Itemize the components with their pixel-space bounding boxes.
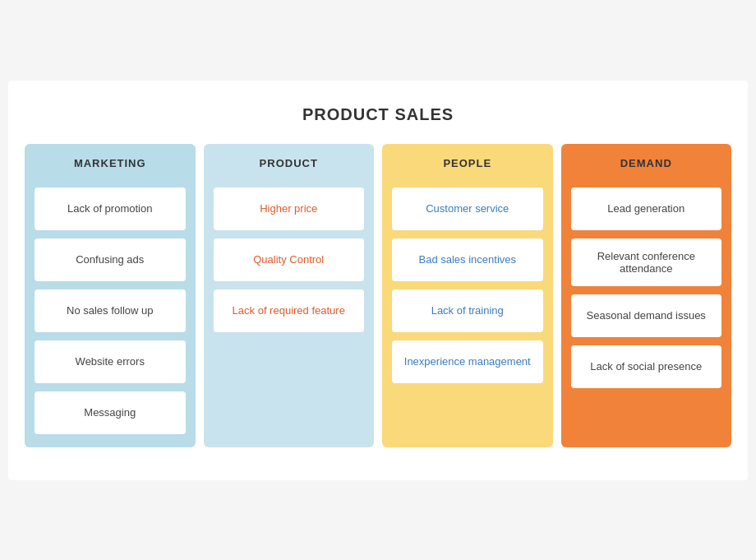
column-header-marketing: MARKETING (74, 157, 146, 173)
page-container: PRODUCT SALES MARKETINGLack of promotion… (8, 81, 748, 480)
card-people-0[interactable]: Customer service (392, 187, 543, 230)
card-demand-2[interactable]: Seasonal demand issues (571, 294, 722, 337)
column-header-demand: DEMAND (620, 157, 672, 173)
card-marketing-2[interactable]: No sales follow up (35, 289, 186, 332)
card-product-0[interactable]: Higher price (214, 187, 365, 230)
card-demand-3[interactable]: Lack of social presence (571, 345, 722, 388)
column-demand: DEMANDLead generationRelevant conference… (561, 144, 732, 447)
card-people-3[interactable]: Inexperience management (392, 340, 543, 383)
column-product: PRODUCTHigher priceQuality ControlLack o… (204, 144, 375, 447)
card-marketing-1[interactable]: Confusing ads (35, 238, 186, 281)
page-title: PRODUCT SALES (25, 105, 731, 124)
card-product-1[interactable]: Quality Control (214, 238, 365, 281)
columns-wrapper: MARKETINGLack of promotionConfusing adsN… (25, 144, 731, 447)
card-people-1[interactable]: Bad sales incentives (392, 238, 543, 281)
card-people-2[interactable]: Lack of training (392, 289, 543, 332)
column-header-people: PEOPLE (443, 157, 491, 173)
card-demand-0[interactable]: Lead generation (571, 187, 722, 230)
column-marketing: MARKETINGLack of promotionConfusing adsN… (25, 144, 196, 447)
card-marketing-4[interactable]: Messaging (35, 391, 186, 434)
card-demand-1[interactable]: Relevant conference attendance (571, 238, 722, 286)
card-product-2[interactable]: Lack of required feature (214, 289, 365, 332)
column-header-product: PRODUCT (260, 157, 318, 173)
card-marketing-3[interactable]: Website errors (35, 340, 186, 383)
card-marketing-0[interactable]: Lack of promotion (35, 187, 186, 230)
column-people: PEOPLECustomer serviceBad sales incentiv… (382, 144, 553, 447)
